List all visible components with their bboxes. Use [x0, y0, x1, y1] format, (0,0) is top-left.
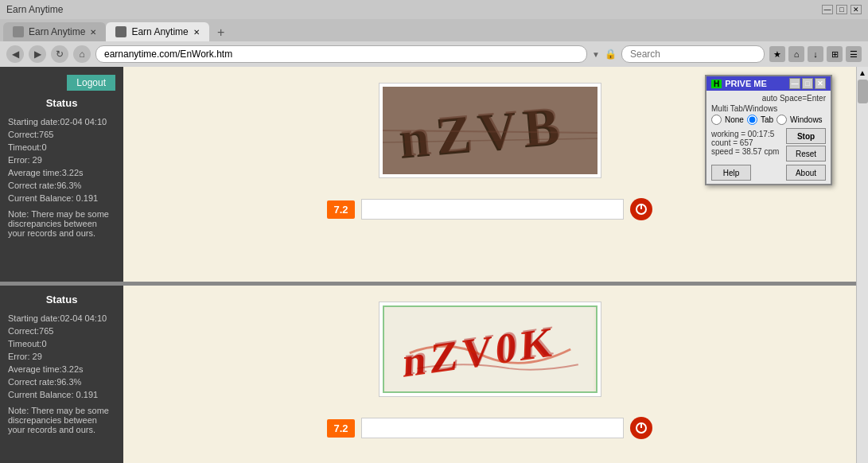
grid-icon[interactable]: ⊞ — [827, 46, 843, 62]
prive-close-btn[interactable]: ✕ — [815, 78, 826, 89]
prive-title: PRIVE ME — [725, 79, 789, 88]
submit-button-2[interactable] — [630, 417, 652, 439]
refresh-button[interactable]: ↻ — [51, 45, 68, 63]
prive-controls-row: working = 00:17:5 count = 657 speed = 38… — [711, 128, 826, 161]
bookmark-icon[interactable]: ★ — [769, 46, 785, 62]
scroll-up-arrow[interactable]: ▲ — [857, 67, 868, 79]
note-2: Note: There may be some discrepancies be… — [8, 406, 115, 434]
starting-date-1: Starting date:02-04 04:10 — [8, 117, 115, 126]
title-bar: Earn Anytime — □ ✕ — [0, 0, 868, 19]
captcha-section-2: Status Starting date:02-04 04:10 Correct… — [0, 286, 856, 463]
count-stat: count = 657 — [711, 138, 779, 147]
captcha-input-1[interactable] — [361, 199, 624, 220]
ssl-icon: 🔒 — [605, 49, 617, 60]
prive-multi-tab-label: Multi Tab/Windows — [711, 104, 826, 113]
scrollbar-right[interactable]: ▲ ▼ — [856, 67, 868, 463]
address-bar: ◀ ▶ ↻ ⌂ ▼ 🔒 ★ ⌂ ↓ ⊞ ☰ — [0, 41, 868, 67]
window-controls: — □ ✕ — [822, 5, 862, 14]
forward-button[interactable]: ▶ — [29, 45, 46, 63]
tab-close-1[interactable]: ✕ — [90, 28, 96, 37]
captcha-number-1: 7.2 — [327, 200, 354, 219]
error-2: Error: 29 — [8, 352, 115, 361]
note-1: Note: There may be some discrepancies be… — [8, 209, 115, 238]
prive-popup: H PRIVE ME — □ ✕ auto Space=Enter Multi … — [705, 75, 832, 185]
timeout-1: Timeout:0 — [8, 142, 115, 152]
browser-chrome: Earn Anytime — □ ✕ Earn Anytime ✕ Earn A… — [0, 0, 868, 67]
correct-1: Correct:765 — [8, 130, 115, 139]
sidebar-1: Logout Status Starting date:02-04 04:10 … — [0, 67, 123, 282]
back-button[interactable]: ◀ — [6, 45, 24, 63]
captcha-section-1: Logout Status Starting date:02-04 04:10 … — [0, 67, 856, 282]
prive-help-row: Help About — [711, 165, 826, 181]
menu-icon[interactable]: ☰ — [846, 46, 862, 62]
prive-body: auto Space=Enter Multi Tab/Windows None … — [706, 91, 831, 184]
radio-windows[interactable] — [777, 115, 787, 125]
working-stat: working = 00:17:5 — [711, 130, 779, 138]
prive-restore-btn[interactable]: □ — [802, 78, 813, 89]
avg-time-1: Average time:3.22s — [8, 168, 115, 177]
prive-radio-group: None Tab Windows — [711, 115, 826, 125]
close-btn[interactable]: ✕ — [850, 5, 862, 14]
radio-none[interactable] — [711, 115, 722, 125]
captcha-number-2: 7.2 — [327, 419, 354, 438]
status-title-1: Status — [8, 97, 115, 109]
captcha-image-box-2: nZV0K nZV0K — [379, 302, 601, 397]
prive-stats: working = 00:17:5 count = 657 speed = 38… — [711, 128, 779, 158]
captcha-input-row-1: 7.2 — [327, 198, 652, 220]
radio-tab-label: Tab — [761, 115, 773, 124]
balance-1: Current Balance: 0.191 — [8, 193, 115, 203]
minimize-btn[interactable]: — — [822, 5, 833, 14]
page-content: Logout Status Starting date:02-04 04:10 … — [0, 67, 868, 463]
radio-none-label: None — [725, 115, 744, 124]
tab-icon-2 — [115, 26, 127, 37]
download-icon[interactable]: ↓ — [808, 46, 823, 62]
prive-h-icon: H — [711, 80, 722, 88]
address-dropdown-icon[interactable]: ▼ — [592, 50, 600, 59]
tab-label-2: Earn Anytime — [131, 26, 188, 37]
tab-inactive[interactable]: Earn Anytime ✕ — [3, 22, 106, 41]
power-icon-2 — [635, 422, 648, 434]
tab-icon-1 — [13, 26, 24, 37]
title-text: Earn Anytime — [6, 4, 63, 15]
status-title-2: Status — [8, 294, 115, 305]
power-icon-1 — [635, 203, 648, 216]
captcha-input-row-2: 7.2 — [327, 417, 652, 439]
reset-button[interactable]: Reset — [786, 146, 826, 161]
home-button[interactable]: ⌂ — [73, 45, 91, 63]
new-tab-button[interactable]: + — [212, 24, 230, 41]
speed-stat: speed = 38.57 cpm — [711, 147, 779, 156]
tabs-bar: Earn Anytime ✕ Earn Anytime ✕ + — [0, 19, 868, 41]
stop-button[interactable]: Stop — [786, 128, 826, 144]
starting-date-2: Starting date:02-04 04:10 — [8, 313, 115, 323]
error-1: Error: 29 — [8, 155, 115, 165]
timeout-2: Timeout:0 — [8, 339, 115, 348]
radio-tab[interactable] — [747, 115, 757, 125]
search-input[interactable] — [621, 45, 765, 63]
logout-button-1[interactable]: Logout — [67, 75, 115, 91]
help-button[interactable]: Help — [711, 165, 751, 181]
radio-windows-label: Windows — [790, 115, 823, 124]
prive-titlebar-buttons: — □ ✕ — [789, 78, 826, 89]
prive-right-btns: Stop Reset — [786, 128, 826, 161]
submit-button-1[interactable] — [630, 198, 652, 220]
main-panel: Logout Status Starting date:02-04 04:10 … — [0, 67, 856, 463]
captcha-area-2: nZV0K nZV0K 7.2 — [123, 286, 856, 463]
correct-2: Correct:765 — [8, 326, 115, 336]
tab-close-2[interactable]: ✕ — [193, 28, 200, 37]
tab-label-1: Earn Anytime — [29, 26, 85, 37]
prive-minimize-btn[interactable]: — — [789, 78, 800, 89]
sidebar-2: Status Starting date:02-04 04:10 Correct… — [0, 286, 123, 463]
address-input[interactable] — [95, 45, 587, 63]
tab-active[interactable]: Earn Anytime ✕ — [106, 22, 208, 41]
home-icon[interactable]: ⌂ — [788, 46, 804, 62]
prive-titlebar: H PRIVE ME — □ ✕ — [706, 76, 831, 91]
maximize-btn[interactable]: □ — [836, 5, 847, 14]
prive-auto-label: auto Space=Enter — [711, 94, 826, 103]
toolbar-icons: ★ ⌂ ↓ ⊞ ☰ — [769, 46, 862, 62]
avg-time-2: Average time:3.22s — [8, 364, 115, 374]
about-button[interactable]: About — [786, 165, 826, 181]
captcha-input-2[interactable] — [361, 418, 624, 438]
correct-rate-1: Correct rate:96.3% — [8, 181, 115, 190]
correct-rate-2: Correct rate:96.3% — [8, 377, 115, 387]
scrollbar-thumb[interactable] — [858, 80, 868, 103]
